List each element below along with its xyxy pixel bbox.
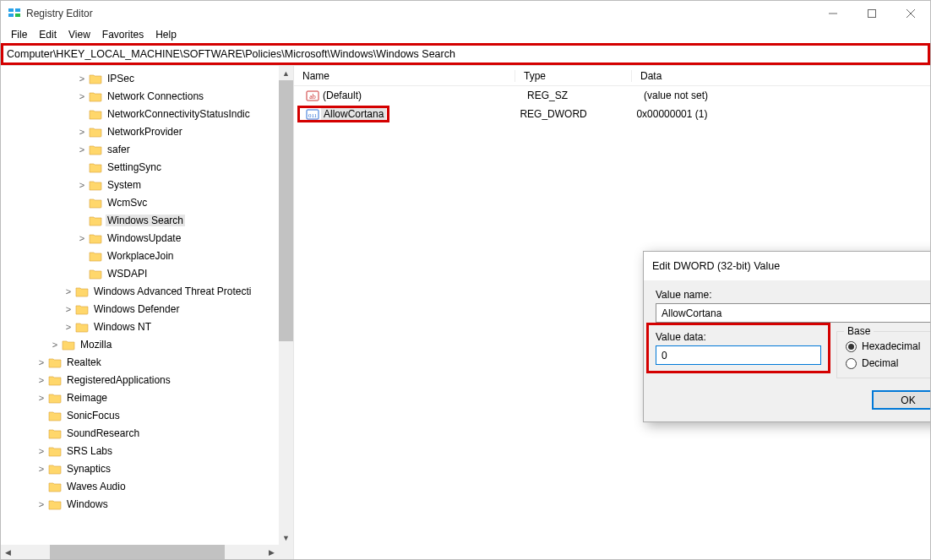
folder-icon xyxy=(89,144,102,155)
chevron-right-icon[interactable]: > xyxy=(35,357,48,367)
radio-hex[interactable]: Hexadecimal xyxy=(846,340,930,352)
chevron-right-icon[interactable]: > xyxy=(75,180,89,190)
col-type[interactable]: Type xyxy=(515,70,632,82)
tree-label: NetworkConnectivityStatusIndic xyxy=(106,108,252,120)
chevron-right-icon[interactable]: > xyxy=(75,91,89,101)
list-header[interactable]: Name Type Data xyxy=(294,66,930,86)
chevron-right-icon[interactable]: > xyxy=(35,375,48,385)
window-title: Registry Editor xyxy=(26,8,93,19)
folder-icon xyxy=(75,303,89,315)
tree-label: Windows xyxy=(65,498,110,510)
scroll-left-icon[interactable]: ◀ xyxy=(1,545,15,559)
tree-item[interactable]: >SRS Labs xyxy=(1,442,293,459)
scroll-right-icon[interactable]: ▶ xyxy=(264,545,279,559)
folder-icon xyxy=(48,392,62,404)
tree-item[interactable]: >Reimage xyxy=(1,389,293,406)
chevron-right-icon[interactable]: > xyxy=(75,73,89,84)
chevron-right-icon[interactable]: > xyxy=(48,340,62,350)
tree-item[interactable]: Waves Audio xyxy=(1,477,293,495)
chevron-right-icon[interactable]: > xyxy=(35,464,48,474)
tree-label: WindowsUpdate xyxy=(106,232,182,244)
list-row[interactable]: ab(Default)REG_SZ(value not set) xyxy=(294,86,930,105)
chevron-right-icon[interactable]: > xyxy=(75,233,89,243)
folder-icon xyxy=(89,90,102,102)
tree-item[interactable]: >Realtek xyxy=(1,353,293,371)
tree-label: NetworkProvider xyxy=(106,126,184,138)
tree-item[interactable]: >Mozilla xyxy=(1,335,293,353)
tree-item[interactable]: Windows Search xyxy=(1,211,293,229)
tree-label: Windows Defender xyxy=(92,303,181,315)
svg-rect-2 xyxy=(15,8,20,12)
svg-rect-1 xyxy=(8,14,14,17)
tree-label: WcmSvc xyxy=(106,197,149,209)
tree-item[interactable]: >Windows Defender xyxy=(1,300,293,318)
tree-item[interactable]: >Windows xyxy=(1,495,293,513)
titlebar[interactable]: Registry Editor xyxy=(1,1,930,26)
scroll-down-icon[interactable]: ▼ xyxy=(279,530,293,545)
ok-button[interactable]: OK xyxy=(872,390,930,410)
value-name-label: Value name: xyxy=(656,289,930,301)
folder-icon xyxy=(48,427,62,439)
folder-icon xyxy=(89,250,102,262)
tree-item[interactable]: >WindowsUpdate xyxy=(1,229,293,247)
tree-item[interactable]: >safer xyxy=(1,140,293,158)
tree-label: SonicFocus xyxy=(65,410,122,421)
tree-scrollbar-vertical[interactable]: ▲ ▼ xyxy=(279,66,293,545)
tree-label: Network Connections xyxy=(106,90,205,102)
tree-item[interactable]: >IPSec xyxy=(1,69,293,87)
tree-item[interactable]: SoundResearch xyxy=(1,424,293,442)
edit-dword-dialog: Edit DWORD (32-bit) Value ✕ Value name: … xyxy=(643,251,930,422)
tree-item[interactable]: SonicFocus xyxy=(1,406,293,424)
chevron-right-icon[interactable]: > xyxy=(62,286,75,296)
chevron-right-icon[interactable]: > xyxy=(35,393,48,403)
maximize-button[interactable] xyxy=(852,1,891,26)
tree-scrollbar-horizontal[interactable]: ◀ ▶ xyxy=(1,545,279,559)
value-name: AllowCortana xyxy=(321,107,386,121)
list-pane: Name Type Data ab(Default)REG_SZ(value n… xyxy=(294,66,930,559)
col-name[interactable]: Name xyxy=(294,70,515,82)
tree-item[interactable]: NetworkConnectivityStatusIndic xyxy=(1,105,293,122)
tree-item[interactable]: >Synaptics xyxy=(1,459,293,477)
tree-item[interactable]: SettingSync xyxy=(1,158,293,176)
menu-edit[interactable]: Edit xyxy=(34,27,62,42)
tree-label: Windows Search xyxy=(106,215,185,226)
address-text: Computer\HKEY_LOCAL_MACHINE\SOFTWARE\Pol… xyxy=(7,48,455,60)
value-name: (Default) xyxy=(321,90,519,101)
base-label: Base xyxy=(844,325,874,337)
address-bar[interactable]: Computer\HKEY_LOCAL_MACHINE\SOFTWARE\Pol… xyxy=(3,45,928,63)
menu-view[interactable]: View xyxy=(63,27,95,42)
value-data-field[interactable] xyxy=(656,345,821,365)
tree-view[interactable]: >IPSec>Network ConnectionsNetworkConnect… xyxy=(1,66,293,559)
menu-file[interactable]: File xyxy=(6,27,32,42)
chevron-right-icon[interactable]: > xyxy=(75,144,89,155)
tree-item[interactable]: >Windows Advanced Threat Protecti xyxy=(1,282,293,300)
tree-item[interactable]: WcmSvc xyxy=(1,193,293,211)
chevron-right-icon[interactable]: > xyxy=(62,322,75,332)
chevron-right-icon[interactable]: > xyxy=(75,127,89,137)
tree-item[interactable]: WSDAPI xyxy=(1,264,293,282)
tree-item[interactable]: >Windows NT xyxy=(1,318,293,335)
value-type: REG_DWORD xyxy=(511,108,628,120)
list-row[interactable]: 011AllowCortanaREG_DWORD0x00000001 (1) xyxy=(294,105,930,123)
dialog-titlebar[interactable]: Edit DWORD (32-bit) Value ✕ xyxy=(644,252,930,280)
col-data[interactable]: Data xyxy=(632,70,930,82)
menu-favorites[interactable]: Favorites xyxy=(97,27,149,42)
tree-item[interactable]: >Network Connections xyxy=(1,87,293,105)
menu-help[interactable]: Help xyxy=(150,27,182,42)
minimize-button[interactable] xyxy=(814,1,852,26)
radio-dot-icon xyxy=(846,341,857,352)
tree-item[interactable]: >NetworkProvider xyxy=(1,122,293,140)
value-name-field[interactable] xyxy=(656,303,930,323)
close-button[interactable] xyxy=(891,1,930,26)
tree-label: Realtek xyxy=(65,356,103,368)
chevron-right-icon[interactable]: > xyxy=(62,304,75,314)
tree-item[interactable]: WorkplaceJoin xyxy=(1,247,293,264)
tree-item[interactable]: >RegisteredApplications xyxy=(1,371,293,389)
radio-dec[interactable]: Decimal xyxy=(846,357,930,369)
tree-item[interactable]: >System xyxy=(1,176,293,193)
chevron-right-icon[interactable]: > xyxy=(35,446,48,456)
folder-icon xyxy=(89,197,102,209)
chevron-right-icon[interactable]: > xyxy=(35,499,48,509)
scroll-up-icon[interactable]: ▲ xyxy=(279,66,293,80)
tree-label: Waves Audio xyxy=(65,481,128,492)
